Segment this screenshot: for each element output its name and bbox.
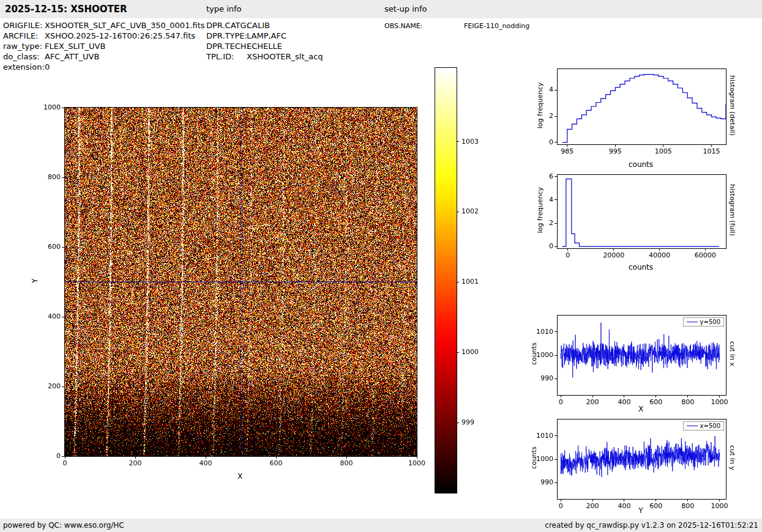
footer-left-text: powered by QC: www.eso.org/HC bbox=[3, 519, 124, 532]
histogram-full-xlabel: counts bbox=[610, 263, 671, 272]
y-tick-mark bbox=[62, 247, 64, 248]
meta-label-arcfile: ARCFILE: bbox=[3, 31, 39, 40]
legend-label: y=500 bbox=[700, 319, 720, 325]
histogram-full-side-label: histogram (full) bbox=[728, 174, 736, 247]
type-info-heading: type info bbox=[206, 0, 242, 18]
y-tick-mark bbox=[555, 223, 557, 224]
y-tick-mark bbox=[555, 331, 557, 332]
y-tick-mark bbox=[555, 355, 557, 356]
y-tick-mark bbox=[555, 482, 557, 483]
meta-value-dprcatg: CALIB bbox=[247, 21, 270, 30]
x-tick-label: 1000 bbox=[398, 459, 435, 467]
x-tick-label: 1015 bbox=[693, 147, 730, 155]
x-tick-mark bbox=[624, 395, 624, 397]
cut in y-curve bbox=[558, 419, 726, 499]
y-tick-mark bbox=[555, 435, 557, 436]
x-tick-mark bbox=[711, 144, 712, 147]
detector-image-canvas bbox=[65, 108, 417, 456]
y-tick-mark bbox=[555, 90, 557, 91]
x-tick-mark bbox=[615, 144, 616, 147]
y-tick-mark bbox=[555, 246, 557, 247]
setup-info-heading: set-up info bbox=[384, 0, 427, 18]
meta-label-dprtech: DPR.TECH: bbox=[206, 42, 249, 51]
y-tick-mark bbox=[62, 317, 64, 317]
colorbar-tick-mark bbox=[457, 212, 459, 212]
y-tick-label: 400 bbox=[32, 312, 61, 320]
histogram (detail)-curve bbox=[558, 69, 726, 144]
cut-in-y-side-label: cut in y bbox=[728, 421, 736, 495]
colorbar-tick-label: 1003 bbox=[461, 138, 486, 146]
y-tick-mark bbox=[555, 142, 557, 142]
x-tick-mark bbox=[567, 248, 568, 251]
plot-legend: y=500 bbox=[683, 317, 724, 327]
meta-value-obsname: FEIGE-110_nodding bbox=[464, 22, 529, 30]
footer-bar: powered by QC: www.eso.org/HC created by… bbox=[0, 519, 762, 532]
x-tick-mark bbox=[346, 456, 347, 459]
colorbar-tick-mark bbox=[457, 423, 459, 423]
footer-right-text: created by qc_rawdisp.py v1.2.3 on 2025-… bbox=[545, 519, 758, 532]
plot-legend: x=500 bbox=[683, 421, 724, 430]
legend-line-sample bbox=[687, 322, 698, 322]
x-tick-mark bbox=[592, 395, 593, 397]
x-tick-mark bbox=[567, 144, 567, 147]
y-tick-mark bbox=[555, 176, 557, 177]
header-bar: 2025-12-15: XSHOOTER type info set-up in… bbox=[0, 0, 762, 18]
x-tick-label: 0 bbox=[550, 251, 586, 259]
x-tick-mark bbox=[206, 456, 206, 459]
meta-label-rawtype: raw_type: bbox=[3, 42, 42, 51]
x-tick-label: 995 bbox=[597, 147, 633, 155]
x-tick-mark bbox=[663, 144, 663, 147]
meta-label-extension: extension: bbox=[3, 62, 45, 72]
y-tick-mark bbox=[62, 386, 64, 387]
main-plot-xlabel: X bbox=[228, 472, 252, 481]
meta-value-rawtype: FLEX_SLIT_UVB bbox=[45, 42, 105, 51]
x-tick-label: 1000 bbox=[701, 398, 738, 406]
colorbar-tick-mark bbox=[457, 352, 459, 353]
x-tick-mark bbox=[613, 248, 614, 251]
meta-label-tplid: TPL.ID: bbox=[206, 52, 234, 61]
cut-in-x-xlabel: X bbox=[610, 405, 671, 413]
meta-label-obsname: OBS.NAME: bbox=[384, 22, 422, 30]
legend-label: x=500 bbox=[700, 423, 720, 429]
x-tick-mark bbox=[592, 499, 593, 501]
meta-value-tplid: XSHOOTER_slt_acq bbox=[247, 52, 323, 61]
y-tick-mark bbox=[555, 116, 557, 117]
cut-in-x-plot: 0200400600800100099010001010y=500 bbox=[557, 315, 727, 396]
y-tick-mark bbox=[62, 456, 64, 457]
colorbar-tick-label: 1002 bbox=[461, 207, 486, 215]
y-tick-mark bbox=[555, 199, 557, 200]
histogram-detail-plot: 98599510051015024 bbox=[557, 68, 727, 145]
meta-value-dprtech: ECHELLE bbox=[247, 42, 282, 51]
x-tick-mark bbox=[719, 499, 720, 501]
x-tick-mark bbox=[705, 248, 706, 251]
cut-in-x-ylabel: counts bbox=[530, 317, 538, 391]
x-tick-label: 400 bbox=[187, 459, 224, 467]
histogram-full-ylabel: log frequency bbox=[536, 174, 544, 247]
meta-label-dprtype: DPR.TYPE: bbox=[206, 31, 247, 40]
meta-value-arcfile: XSHOO.2025-12-16T00:26:25.547.fits bbox=[45, 31, 195, 40]
x-tick-label: 600 bbox=[258, 459, 294, 467]
meta-value-origfile: XSHOOTER_SLT_AFC_UVB_350_0001.fits bbox=[45, 21, 205, 30]
colorbar-tick-label: 1001 bbox=[461, 278, 486, 286]
cut-in-y-ylabel: counts bbox=[530, 421, 538, 495]
main-plot-ylabel: Y bbox=[31, 256, 39, 305]
colorbar-tick-mark bbox=[457, 141, 459, 142]
histogram-detail-side-label: histogram (detail) bbox=[728, 69, 736, 142]
x-tick-mark bbox=[687, 395, 688, 397]
histogram-detail-xlabel: counts bbox=[610, 160, 671, 169]
x-tick-mark bbox=[687, 499, 688, 501]
meta-label-dprcatg: DPR.CATG: bbox=[206, 21, 249, 30]
x-tick-label: 1000 bbox=[701, 502, 738, 510]
qc-report-page: 2025-12-15: XSHOOTER type info set-up in… bbox=[0, 0, 762, 532]
y-tick-label: 1000 bbox=[32, 103, 61, 111]
x-tick-mark bbox=[561, 499, 561, 501]
y-tick-label: 800 bbox=[32, 173, 61, 181]
x-tick-label: 800 bbox=[328, 459, 365, 467]
x-tick-mark bbox=[624, 499, 624, 501]
x-tick-mark bbox=[719, 395, 720, 397]
x-tick-label: 0 bbox=[47, 459, 83, 467]
y-tick-label: 0 bbox=[32, 452, 61, 460]
cut in x-curve bbox=[558, 316, 726, 395]
cut-in-y-plot: 0200400600800100099010001010x=500 bbox=[557, 419, 727, 500]
x-tick-mark bbox=[65, 456, 65, 459]
